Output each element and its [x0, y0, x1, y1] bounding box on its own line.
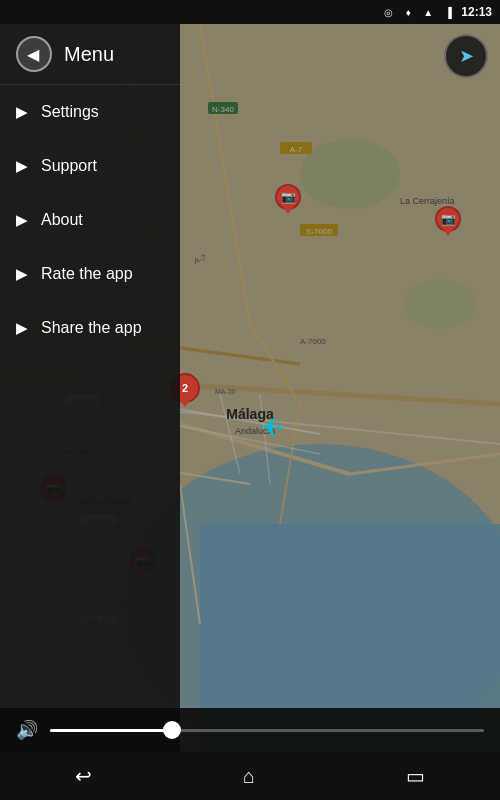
menu-item-support[interactable]: ▶ Support — [0, 139, 180, 193]
volume-bar: 🔊 — [0, 708, 500, 752]
menu-item-about[interactable]: ▶ About — [0, 193, 180, 247]
back-nav-button[interactable]: ↩ — [55, 756, 112, 796]
plane-icon: ✈ — [260, 410, 283, 443]
menu-item-about-label: About — [41, 211, 83, 229]
menu-title: Menu — [64, 43, 114, 66]
home-nav-button[interactable]: ⌂ — [223, 757, 275, 796]
menu-item-settings-label: Settings — [41, 103, 99, 121]
pin-camera-icon: 📷 — [281, 190, 296, 204]
map-pin-3[interactable]: 📷 — [435, 206, 461, 232]
svg-text:A-7: A-7 — [290, 145, 303, 154]
svg-text:S-7000: S-7000 — [306, 227, 332, 236]
svg-point-15 — [300, 139, 400, 209]
menu-item-settings[interactable]: ▶ Settings — [0, 85, 180, 139]
chevron-rate-icon: ▶ — [16, 266, 27, 282]
location-icon: ♦ — [401, 5, 415, 19]
status-bar: ◎ ♦ ▲ ▐ 12:13 — [0, 0, 500, 24]
volume-icon: 🔊 — [16, 719, 38, 741]
nav-arrow-icon: ➤ — [459, 45, 474, 67]
svg-text:A-7000: A-7000 — [300, 337, 326, 346]
back-button[interactable]: ◀ — [16, 36, 52, 72]
status-time: 12:13 — [461, 5, 492, 19]
chevron-support-icon: ▶ — [16, 158, 27, 174]
volume-slider-fill — [50, 729, 172, 732]
back-arrow-icon: ◀ — [27, 45, 39, 64]
recents-nav-button[interactable]: ▭ — [386, 756, 445, 796]
pin-count-label: 2 — [182, 382, 188, 394]
chevron-about-icon: ▶ — [16, 212, 27, 228]
svg-text:MA-30: MA-30 — [215, 388, 236, 395]
menu-item-support-label: Support — [41, 157, 97, 175]
pin-camera-icon-3: 📷 — [441, 212, 456, 226]
menu-panel: ◀ Menu ▶ Settings ▶ Support ▶ About ▶ Ra… — [0, 24, 180, 752]
menu-item-rate-label: Rate the app — [41, 265, 133, 283]
battery-icon: ▐ — [441, 5, 455, 19]
navigation-button[interactable]: ➤ — [444, 34, 488, 78]
volume-slider-thumb[interactable] — [163, 721, 181, 739]
chevron-share-icon: ▶ — [16, 320, 27, 336]
chevron-settings-icon: ▶ — [16, 104, 27, 120]
svg-text:La Cerrajenía: La Cerrajenía — [400, 196, 455, 206]
menu-item-rate[interactable]: ▶ Rate the app — [0, 247, 180, 301]
wifi-icon: ▲ — [421, 5, 435, 19]
svg-point-16 — [405, 279, 475, 329]
gps-icon: ◎ — [381, 5, 395, 19]
bottom-nav-bar: ↩ ⌂ ▭ — [0, 752, 500, 800]
svg-text:N-340: N-340 — [212, 105, 234, 114]
map-pin-1[interactable]: 📷 — [275, 184, 301, 210]
menu-header: ◀ Menu — [0, 24, 180, 85]
menu-item-share-label: Share the app — [41, 319, 142, 337]
volume-slider-track[interactable] — [50, 729, 484, 732]
menu-item-share[interactable]: ▶ Share the app — [0, 301, 180, 355]
